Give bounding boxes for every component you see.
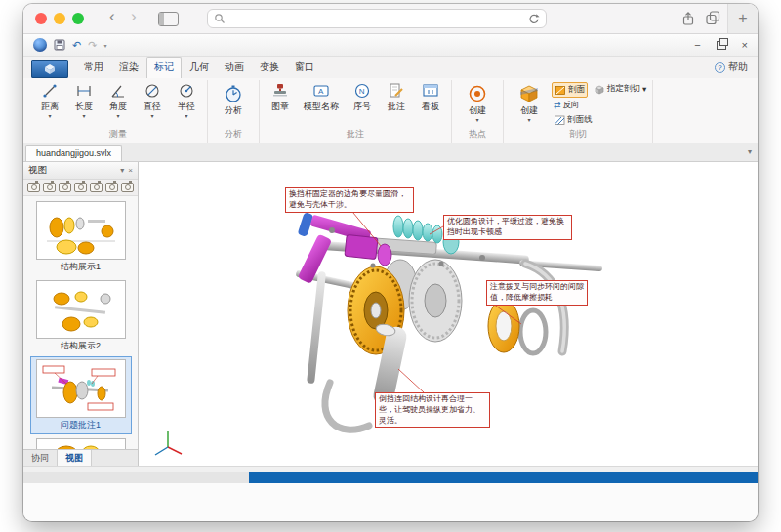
file-menu-button[interactable] xyxy=(31,60,68,78)
view-thumbnail-item[interactable]: 结构展示2 xyxy=(31,278,131,354)
panel-close-icon[interactable]: × xyxy=(128,166,133,175)
sequence-number-button[interactable]: N 序号 xyxy=(346,80,379,113)
menu-tab-window[interactable]: 窗口 xyxy=(287,57,322,78)
menu-tab-transform[interactable]: 变换 xyxy=(252,57,287,78)
app-window-controls: − × xyxy=(694,39,748,51)
help-button[interactable]: ? 帮助 xyxy=(715,61,748,74)
menu-tab-geometry[interactable]: 几何 xyxy=(182,57,217,78)
view-thumbnail-label: 问题批注1 xyxy=(31,419,131,431)
camera-add-icon[interactable] xyxy=(27,183,40,192)
tab-collaboration[interactable]: 协同 xyxy=(23,450,58,466)
status-bar xyxy=(23,472,758,483)
stopwatch-icon xyxy=(224,82,243,103)
menu-tab-common[interactable]: 常用 xyxy=(76,57,111,78)
forward-button[interactable]: › xyxy=(131,7,137,26)
button-label: 长度 xyxy=(75,101,93,113)
views-list: 结构展示1 结构展示2 问题批注1 xyxy=(23,196,138,449)
camera-down-icon[interactable] xyxy=(74,183,87,192)
button-label: 角度 xyxy=(109,101,127,113)
address-input[interactable] xyxy=(229,12,527,25)
section-hatch-button[interactable]: 剖面线 xyxy=(552,113,648,127)
app-close-button[interactable]: × xyxy=(742,39,748,51)
measure-distance-button[interactable]: 距离 ▾ xyxy=(33,80,66,119)
dropdown-icon: ▾ xyxy=(150,114,153,119)
annotation-button[interactable]: 批注 xyxy=(380,80,413,113)
button-label: 批注 xyxy=(388,101,405,113)
toolbar-dropdown-icon[interactable]: ▾ xyxy=(103,42,106,49)
button-label: 序号 xyxy=(353,101,371,113)
address-search-field[interactable] xyxy=(207,9,547,28)
views-panel-header: 视图 ▾ × xyxy=(23,162,138,180)
dropdown-icon: ▾ xyxy=(527,118,530,123)
refresh-icon[interactable] xyxy=(527,13,540,25)
svg-text:A: A xyxy=(318,87,324,96)
view-thumbnail-label: 结构展示2 xyxy=(31,340,131,352)
section-create-button[interactable]: 创建 ▾ xyxy=(508,80,551,123)
annotation-callout[interactable]: 倒挡连回结构设计再合理一些，让驾驶员操纵更加省力、灵活。 xyxy=(375,392,490,428)
board-button[interactable]: 看板 xyxy=(414,80,447,113)
document-tab-bar: huandangjigou.svlx ▾ xyxy=(23,143,758,162)
window-fullscreen-light[interactable] xyxy=(72,13,84,24)
camera-settings-icon[interactable] xyxy=(90,183,103,192)
redo-icon[interactable]: ↷ xyxy=(88,37,97,53)
section-cube-icon xyxy=(518,82,540,103)
dropdown-icon: ▾ xyxy=(642,84,646,94)
undo-icon[interactable]: ↶ xyxy=(72,37,81,53)
sidebar-toggle-icon[interactable] xyxy=(158,12,179,26)
measure-angle-button[interactable]: 角度 ▾ xyxy=(102,80,135,119)
search-icon xyxy=(214,13,226,24)
window-close-light[interactable] xyxy=(35,13,47,24)
tab-overview-icon[interactable] xyxy=(706,11,720,25)
sidebar-bottom-tabs: 协同 视图 xyxy=(23,449,138,466)
section-plane-button[interactable]: 剖面 xyxy=(552,82,588,98)
dropdown-icon: ▾ xyxy=(82,114,85,119)
group-label-section: 剖切 xyxy=(508,127,648,143)
group-section: 创建 ▾ 剖面 指定剖切 ▾ xyxy=(504,80,653,143)
view-thumbnail-item[interactable]: 结构展示1 xyxy=(31,199,131,275)
document-tab[interactable]: huandangjigou.svlx xyxy=(25,145,122,161)
main-content: 视图 ▾ × 结构展示1 xyxy=(23,162,758,466)
menu-tab-render[interactable]: 渲染 xyxy=(111,57,146,78)
save-icon[interactable] xyxy=(54,37,65,53)
model-name-button[interactable]: A 模型名称 xyxy=(298,80,345,113)
model-viewport[interactable]: 换挡杆固定器的边角要尽量圆滑，避免与壳体干涉。 优化圆角设计，平缓过渡，避免换挡… xyxy=(139,162,758,466)
section-reverse-button[interactable]: ⇄ 反向 xyxy=(552,99,648,112)
camera-update-icon[interactable] xyxy=(43,183,56,192)
diameter-icon xyxy=(144,82,161,100)
view-thumbnail-item-selected[interactable]: 问题批注1 xyxy=(31,357,131,433)
measure-radius-button[interactable]: 半径 ▾ xyxy=(170,80,203,119)
axis-triad xyxy=(155,431,182,455)
button-label: 看板 xyxy=(422,101,439,113)
camera-delete-icon[interactable] xyxy=(121,183,134,192)
window-minimize-light[interactable] xyxy=(54,13,65,24)
app-minimize-button[interactable]: − xyxy=(694,39,700,51)
camera-up-icon[interactable] xyxy=(59,183,71,192)
share-icon[interactable] xyxy=(681,11,695,26)
app-titlebar: ↶ ↷ ▾ − × xyxy=(23,34,758,57)
group-label-hotspot: 热点 xyxy=(456,127,499,143)
camera-play-icon[interactable] xyxy=(105,183,118,192)
stamp-button[interactable]: 图章 xyxy=(264,80,297,113)
hotspot-create-button[interactable]: 创建 ▾ xyxy=(456,80,499,123)
app-restore-button[interactable] xyxy=(717,41,726,50)
annotation-callout[interactable]: 换挡杆固定器的边角要尽量圆滑，避免与壳体干涉。 xyxy=(285,187,414,213)
analysis-button[interactable]: 分析 xyxy=(212,80,255,117)
angle-icon xyxy=(109,82,127,100)
annotation-callout[interactable]: 注意拨叉与同步环间的间隙值，降低摩擦损耗 xyxy=(486,280,588,306)
menu-tab-animation[interactable]: 动画 xyxy=(217,57,252,78)
measure-length-button[interactable]: 长度 ▾ xyxy=(67,80,101,119)
back-button[interactable]: ‹ xyxy=(109,7,115,26)
assign-section-button[interactable]: 指定剖切 ▾ xyxy=(592,82,648,96)
panel-collapse-icon[interactable]: ▾ xyxy=(748,147,752,156)
measure-diameter-button[interactable]: 直径 ▾ xyxy=(136,80,169,119)
button-label: 模型名称 xyxy=(304,101,339,113)
dropdown-icon: ▾ xyxy=(116,114,119,119)
view-thumbnail-item[interactable] xyxy=(31,436,131,449)
annotation-callout[interactable]: 优化圆角设计，平缓过渡，避免换挡时出现卡顿感 xyxy=(443,215,572,240)
group-label-measure: 测量 xyxy=(33,127,203,143)
panel-pin-icon[interactable]: ▾ xyxy=(120,166,124,175)
distance-icon xyxy=(41,82,59,100)
tab-views[interactable]: 视图 xyxy=(58,450,92,466)
new-tab-button[interactable]: + xyxy=(727,4,758,33)
menu-tab-mark[interactable]: 标记 xyxy=(146,57,182,78)
